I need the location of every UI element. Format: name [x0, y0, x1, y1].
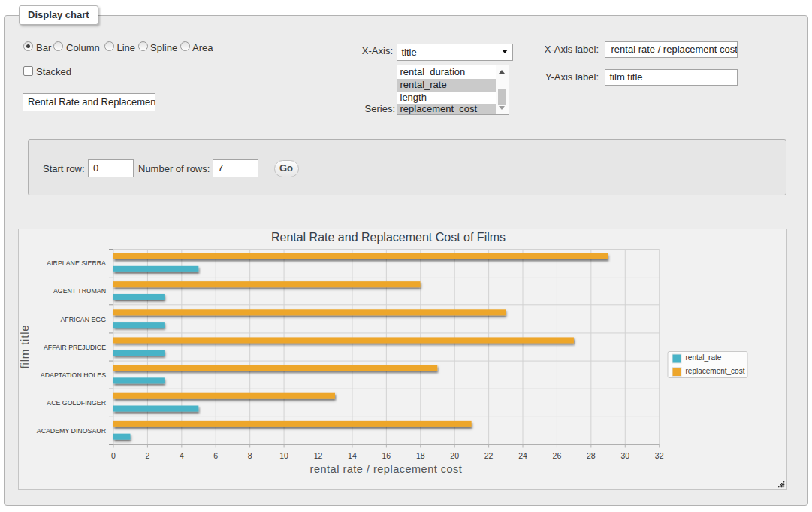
svg-text:AIRPLANE SIERRA: AIRPLANE SIERRA — [47, 259, 106, 267]
svg-text:22: 22 — [484, 451, 494, 460]
svg-text:rental_rate: rental_rate — [686, 353, 722, 362]
svg-text:rental rate / replacement cost: rental rate / replacement cost — [310, 463, 463, 475]
svg-text:2: 2 — [145, 451, 149, 460]
svg-text:replacement_cost: replacement_cost — [686, 367, 745, 375]
svg-text:28: 28 — [587, 451, 596, 460]
svg-text:ADAPTATION HOLES: ADAPTATION HOLES — [41, 371, 106, 379]
svg-text:10: 10 — [279, 451, 288, 460]
svg-text:4: 4 — [180, 451, 184, 460]
svg-text:ACE GOLDFINGER: ACE GOLDFINGER — [47, 399, 106, 407]
svg-text:AGENT TRUMAN: AGENT TRUMAN — [53, 287, 106, 295]
svg-text:26: 26 — [553, 451, 562, 460]
svg-text:6: 6 — [213, 451, 218, 460]
svg-text:20: 20 — [450, 451, 459, 460]
svg-text:14: 14 — [348, 451, 357, 460]
svg-text:12: 12 — [314, 451, 323, 460]
svg-text:film title: film title — [19, 325, 31, 369]
svg-text:24: 24 — [518, 451, 527, 460]
svg-text:16: 16 — [382, 451, 391, 460]
svg-text:32: 32 — [655, 451, 664, 460]
svg-text:Rental Rate and Replacement Co: Rental Rate and Replacement Cost of Film… — [271, 231, 506, 244]
svg-text:8: 8 — [248, 451, 252, 460]
svg-text:30: 30 — [620, 451, 629, 460]
svg-text:AFRICAN EGG: AFRICAN EGG — [60, 316, 106, 323]
svg-text:0: 0 — [111, 451, 116, 460]
svg-text:18: 18 — [416, 451, 425, 460]
svg-text:AFFAIR PREJUDICE: AFFAIR PREJUDICE — [44, 344, 106, 351]
svg-text:ACADEMY DINOSAUR: ACADEMY DINOSAUR — [37, 427, 106, 435]
